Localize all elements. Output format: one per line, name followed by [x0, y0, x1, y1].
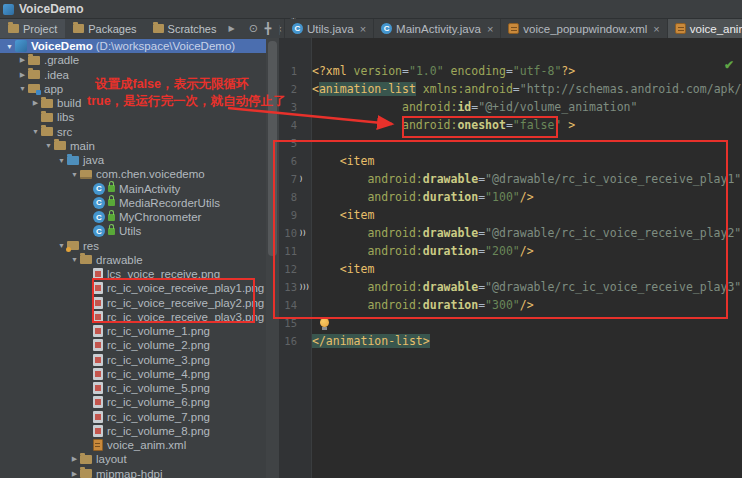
- tree-row-java[interactable]: ▼java: [0, 153, 266, 167]
- code-line-1[interactable]: <?xml version="1.0" encoding="utf-8"?>: [312, 62, 742, 80]
- tree-row-res[interactable]: ▼res: [0, 239, 266, 253]
- tree-row-com-chen-voicedemo[interactable]: ▼com.chen.voicedemo: [0, 167, 266, 181]
- close-icon[interactable]: ×: [360, 23, 366, 35]
- expand-arrow-icon[interactable]: ▼: [4, 43, 15, 50]
- code-line-2[interactable]: <animation-list xmlns:android="http://sc…: [312, 80, 742, 98]
- code-line-10[interactable]: android:drawable="@drawable/rc_ic_voice_…: [312, 224, 742, 242]
- tree-row-rc_ic_volume_7-png[interactable]: rc_ic_volume_7.png: [0, 410, 266, 424]
- tree-row--gradle[interactable]: ▶.gradle: [0, 53, 266, 67]
- tree-row-app[interactable]: ▼app: [0, 82, 266, 96]
- tree-row-rc_ic_volume_6-png[interactable]: rc_ic_volume_6.png: [0, 395, 266, 409]
- close-icon[interactable]: ×: [653, 23, 659, 35]
- line-number: 13: [279, 281, 297, 293]
- tree-item-label: MyChronometer: [119, 211, 201, 223]
- tree-row-MainActivity[interactable]: CMainActivity: [0, 182, 266, 196]
- editor-tab-Utils-java[interactable]: CUtils.java×: [285, 19, 374, 38]
- editor-tab-voice_anim-xml[interactable]: voice_anim.xml×: [668, 19, 742, 38]
- editor-pane[interactable]: 1234567)8910))111213)))141516 <?xml vers…: [279, 38, 742, 478]
- editor-tab-label: Utils.java: [307, 23, 354, 35]
- expand-arrow-icon[interactable]: ▶: [17, 71, 28, 79]
- code-line-4[interactable]: android:oneshot="false" >: [312, 116, 742, 134]
- tree-row-rc_ic_volume_2-png[interactable]: rc_ic_volume_2.png: [0, 338, 266, 352]
- drawable-preview-icon[interactable]: )): [297, 229, 311, 237]
- tree-row-voice_anim-xml[interactable]: voice_anim.xml: [0, 438, 266, 452]
- code-token: [312, 208, 340, 222]
- code-line-15[interactable]: [312, 314, 742, 332]
- code-token: android:: [367, 280, 422, 294]
- inspection-status-icon[interactable]: ✔: [724, 58, 734, 72]
- tree-row-rc_ic_volume_3-png[interactable]: rc_ic_volume_3.png: [0, 353, 266, 367]
- tree-row-rc_ic_volume_4-png[interactable]: rc_ic_volume_4.png: [0, 367, 266, 381]
- expand-arrow-icon[interactable]: ▼: [56, 157, 67, 164]
- collapse-all-icon[interactable]: ╋: [265, 22, 272, 35]
- code-line-12[interactable]: <item: [312, 260, 742, 278]
- code-line-11[interactable]: android:duration="200"/>: [312, 242, 742, 260]
- code-line-3[interactable]: android:id="@+id/volume_animation": [312, 98, 742, 116]
- code-token: =: [402, 64, 409, 78]
- intention-bulb-icon[interactable]: [320, 318, 329, 327]
- code-area[interactable]: <?xml version="1.0" encoding="utf-8"?><a…: [312, 38, 742, 478]
- tree-row-layout[interactable]: ▶layout: [0, 452, 266, 466]
- code-line-14[interactable]: android:duration="300"/>: [312, 296, 742, 314]
- tree-row-libs[interactable]: libs: [0, 110, 266, 124]
- tree-row-rc_ic_voice_receive_play1-png[interactable]: rc_ic_voice_receive_play1.png: [0, 281, 266, 295]
- more-tabs-icon[interactable]: ▶: [228, 24, 234, 33]
- expand-arrow-icon[interactable]: ▼: [17, 85, 28, 92]
- code-token: =: [513, 82, 520, 96]
- toolwindow-tab-packages[interactable]: Packages: [65, 19, 144, 38]
- expand-arrow-icon[interactable]: ▶: [30, 99, 41, 107]
- close-icon[interactable]: ×: [487, 23, 493, 35]
- editor-tab-MainActivity-java[interactable]: CMainActivity.java×: [374, 19, 501, 38]
- tree-row-rc_ic_volume_5-png[interactable]: rc_ic_volume_5.png: [0, 381, 266, 395]
- code-line-6[interactable]: <item: [312, 152, 742, 170]
- tree-row-lcs_voice_receive-png[interactable]: lcs_voice_receive.png: [0, 267, 266, 281]
- editor-tab-voice_popupwindow-xml[interactable]: voice_popupwindow.xml×: [501, 19, 667, 38]
- expand-arrow-icon[interactable]: ▼: [43, 142, 54, 149]
- code-token: [416, 82, 423, 96]
- expand-arrow-icon[interactable]: ▶: [69, 470, 80, 478]
- expand-arrow-icon[interactable]: ▼: [30, 128, 41, 135]
- expand-arrow-icon[interactable]: ▼: [69, 256, 80, 263]
- line-number: 15: [279, 317, 297, 329]
- project-scrollbar-thumb[interactable]: [268, 41, 277, 256]
- folder-icon: [41, 127, 53, 136]
- xml-file-icon: [675, 23, 686, 34]
- toolwindow-tab-scratches[interactable]: Scratches: [145, 19, 225, 38]
- tree-row-MyChronometer[interactable]: CMyChronometer: [0, 210, 266, 224]
- code-line-8[interactable]: android:duration="100"/>: [312, 188, 742, 206]
- expand-arrow-icon[interactable]: ▶: [69, 455, 80, 463]
- expand-arrow-icon[interactable]: ▶: [17, 56, 28, 64]
- tree-row-rc_ic_volume_8-png[interactable]: rc_ic_volume_8.png: [0, 424, 266, 438]
- tree-row-src[interactable]: ▼src: [0, 125, 266, 139]
- tree-row-rc_ic_voice_receive_play3-png[interactable]: rc_ic_voice_receive_play3.png: [0, 310, 266, 324]
- tree-row-main[interactable]: ▼main: [0, 139, 266, 153]
- code-line-16[interactable]: </animation-list>: [312, 332, 742, 350]
- code-line-13[interactable]: android:drawable="@drawable/rc_ic_voice_…: [312, 278, 742, 296]
- line-number: 16: [279, 335, 297, 347]
- tree-item-label: MediaRecorderUtils: [119, 197, 220, 209]
- close-icon[interactable]: ×: [280, 23, 282, 35]
- drawable-preview-icon[interactable]: ): [297, 175, 311, 183]
- code-line-9[interactable]: <item: [312, 206, 742, 224]
- tree-row-rc_ic_volume_1-png[interactable]: rc_ic_volume_1.png: [0, 324, 266, 338]
- expand-arrow-icon[interactable]: ▼: [69, 171, 80, 178]
- drawable-preview-icon[interactable]: ))): [297, 283, 311, 291]
- tree-row-mipmap-hdpi[interactable]: ▶mipmap-hdpi: [0, 467, 266, 478]
- folder-icon: [80, 455, 92, 464]
- tree-row-MediaRecorderUtils[interactable]: CMediaRecorderUtils: [0, 196, 266, 210]
- gutter-line: 15: [279, 314, 311, 332]
- code-line-5[interactable]: [312, 134, 742, 152]
- tree-row-Utils[interactable]: CUtils: [0, 224, 266, 238]
- tree-row-drawable[interactable]: ▼drawable: [0, 253, 266, 267]
- tree-row-VoiceDemo[interactable]: ▼VoiceDemo (D:\workspace\VoiceDemo): [0, 39, 266, 53]
- tree-item-label: rc_ic_voice_receive_play2.png: [107, 297, 264, 309]
- project-scrollbar[interactable]: [266, 38, 279, 478]
- tree-row-build[interactable]: ▶build: [0, 96, 266, 110]
- code-lines[interactable]: <?xml version="1.0" encoding="utf-8"?><a…: [312, 62, 742, 350]
- tree-row-rc_ic_voice_receive_play2-png[interactable]: rc_ic_voice_receive_play2.png: [0, 296, 266, 310]
- toolwindow-tab-project[interactable]: Project: [0, 19, 65, 38]
- locate-icon[interactable]: ⊙: [249, 22, 258, 35]
- line-number: 7: [279, 173, 297, 185]
- code-line-7[interactable]: android:drawable="@drawable/rc_ic_voice_…: [312, 170, 742, 188]
- tree-row--idea[interactable]: ▶.idea: [0, 68, 266, 82]
